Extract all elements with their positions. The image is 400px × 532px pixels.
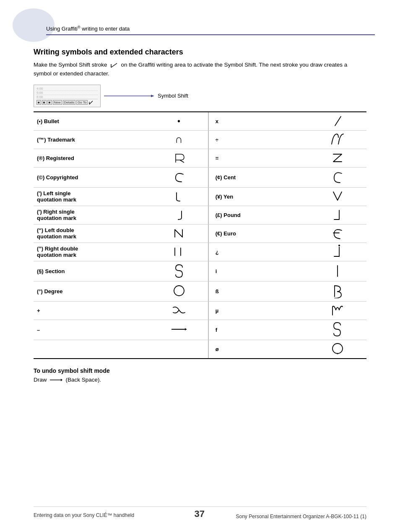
toolbar-new-btn[interactable]: New [53, 100, 62, 105]
symbol-label-left: (©) Copyrighted [34, 167, 150, 187]
svg-point-8 [174, 286, 184, 296]
symbol-stroke-right [308, 167, 366, 187]
footer-left-text: Entering data on your Sony CLIÉ™ handhel… [34, 512, 134, 518]
undo-title: To undo symbol shift mode [34, 367, 366, 374]
page-number: 37 [195, 509, 205, 519]
symbol-label-right: ß [209, 281, 309, 301]
symbol-stroke-left [150, 149, 208, 167]
symbol-label-right: ÷ [209, 130, 309, 149]
footer-left: Entering data on your Sony CLIÉ™ handhel… [34, 509, 205, 519]
symbol-label-right: = [209, 149, 309, 167]
symbol-label-left: (™) Trademark [34, 130, 150, 149]
table-row: (®) Registered= [34, 149, 366, 167]
symbol-label-right: (¥) Yen [209, 187, 309, 206]
table-row: (“) Left doublequotation mark(€) Euro [34, 224, 366, 243]
footer-right-text: Sony Personal Entertainment Organizer A-… [236, 514, 366, 519]
svg-marker-14 [61, 379, 62, 381]
symbol-stroke-left: • [150, 112, 208, 131]
footer-right: Sony Personal Entertainment Organizer A-… [236, 514, 366, 519]
table-row: (•) Bullet•x [34, 112, 366, 131]
header-area: Using Graffiti® writing to enter data [0, 0, 400, 39]
table-row: (') Right singlequotation mark(£) Pound [34, 206, 366, 224]
table-row: +µ [34, 301, 366, 320]
undo-text: Draw (Back Space). [34, 377, 366, 383]
symbol-stroke-left [150, 301, 208, 320]
symbol-stroke-right [308, 301, 366, 320]
symbol-stroke-right [308, 243, 366, 261]
table-row: (™) Trademark∩÷ [34, 130, 366, 149]
symbol-stroke-right [308, 130, 366, 149]
symbol-stroke-left [150, 167, 208, 187]
toolbar-icon1: ■ [36, 100, 41, 105]
table-row: (°) Degreeß [34, 281, 366, 301]
symbol-label-left: (°) Degree [34, 281, 150, 301]
symbol-label-left: (“) Left doublequotation mark [34, 224, 150, 243]
footer-divider [34, 506, 366, 507]
main-content: Writing symbols and extended characters … [0, 39, 400, 391]
table-row: ø [34, 340, 366, 359]
svg-line-2 [89, 101, 93, 104]
symbol-label-left: + [34, 301, 150, 320]
symbol-label-right: (£) Pound [209, 206, 309, 224]
backspace-arrow-icon [50, 378, 62, 382]
toolbar-details-btn[interactable]: Details [63, 100, 75, 105]
symbol-label-left: – [34, 320, 150, 340]
symbol-shift-label: Symbol Shift [158, 93, 188, 99]
undo-section: To undo symbol shift mode Draw (Back Spa… [34, 367, 366, 383]
svg-marker-10 [185, 328, 187, 331]
symbol-shift-stroke-icon [110, 62, 118, 68]
toolbar-icon3: ■ [47, 100, 52, 105]
symbol-label-left: (®) Registered [34, 149, 150, 167]
svg-point-11 [332, 343, 343, 354]
symbol-label-right: i [209, 261, 309, 281]
symbol-stroke-right [308, 187, 366, 206]
header-title: Using Graffiti® writing to enter data [46, 25, 130, 32]
symbol-label-left: (•) Bullet [34, 112, 150, 131]
symbol-label-right: ¿ [209, 243, 309, 261]
device-toolbar: ■ ■ ■ New Details Go To [36, 100, 98, 105]
intro-text: Make the Symbol Shift stroke on the Graf… [34, 61, 366, 78]
symbol-stroke-left [150, 261, 208, 281]
device-lines: 4:00 5:00 6:00 [36, 87, 98, 99]
symbol-stroke-right [308, 340, 366, 359]
header-title-bar: Using Graffiti® writing to enter data [46, 25, 375, 35]
symbol-label-left: (§) Section [34, 261, 150, 281]
table-row: (©) Copyrighted(¢) Cent [34, 167, 366, 187]
toolbar-icon2: ■ [42, 100, 47, 105]
symbol-stroke-right [308, 206, 366, 224]
symbol-stroke-right [308, 149, 366, 167]
arrow-line-icon [104, 94, 154, 98]
symbol-stroke-left [150, 224, 208, 243]
table-row: (') Left singlequotation mark(¥) Yen [34, 187, 366, 206]
svg-point-6 [338, 245, 340, 246]
symbol-stroke-right [308, 261, 366, 281]
arrow-container [104, 94, 154, 98]
table-row: –f [34, 320, 366, 340]
symbol-stroke-left [150, 320, 208, 340]
section-title: Writing symbols and extended characters [34, 48, 366, 57]
symbol-stroke-left: ∩ [150, 130, 208, 149]
symbol-label-right: µ [209, 301, 309, 320]
table-row: (”) Right doublequotation mark¿ [34, 243, 366, 261]
symbols-table: (•) Bullet•x(™) Trademark∩÷(®) Registere… [34, 111, 366, 359]
graffiti-device: 4:00 5:00 6:00 ■ ■ ■ New Details Go To [34, 85, 101, 107]
symbol-label-right: (€) Euro [209, 224, 309, 243]
symbol-label-left: (') Left singlequotation mark [34, 187, 150, 206]
symbol-stroke-left [150, 206, 208, 224]
symbol-stroke-right [308, 281, 366, 301]
symbol-label-left: (') Right singlequotation mark [34, 206, 150, 224]
svg-marker-5 [151, 95, 154, 97]
symbol-stroke-right [308, 112, 366, 131]
symbol-label-right: x [209, 112, 309, 131]
toolbar-goto-btn[interactable]: Go To [76, 100, 88, 105]
symbol-stroke-right [308, 224, 366, 243]
symbol-label-left: (”) Right doublequotation mark [34, 243, 150, 261]
graffiti-image: 4:00 5:00 6:00 ■ ■ ■ New Details Go To [34, 85, 366, 107]
svg-line-0 [111, 63, 117, 67]
svg-point-12 [337, 353, 338, 354]
device-stroke-icon [88, 100, 94, 105]
symbol-label-right: f [209, 320, 309, 340]
table-row: (§) Sectioni [34, 261, 366, 281]
symbol-label-right: ø [209, 340, 309, 359]
symbol-stroke-left [150, 243, 208, 261]
